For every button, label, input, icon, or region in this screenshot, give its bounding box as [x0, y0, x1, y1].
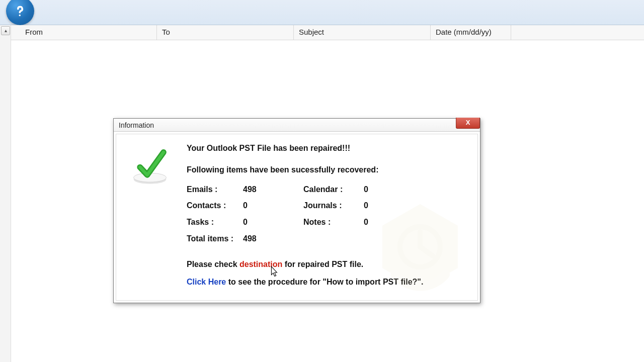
recovery-stats: Emails : 498 Calendar : 0 Contacts : 0 J… — [187, 184, 466, 245]
help-icon[interactable] — [6, 0, 34, 25]
stat-calendar-value: 0 — [364, 184, 394, 196]
information-dialog: Information X Yo — [113, 118, 480, 303]
stat-emails-label: Emails : — [187, 184, 243, 196]
click-suffix: to see the procedure for "How to import … — [228, 278, 424, 286]
column-header-from[interactable]: From — [20, 25, 157, 40]
column-header-date[interactable]: Date (mm/dd/yy) — [431, 25, 511, 40]
close-button[interactable]: X — [456, 118, 480, 129]
stat-contacts-value: 0 — [243, 200, 303, 212]
column-header-to[interactable]: To — [157, 25, 294, 40]
dialog-titlebar[interactable]: Information X — [114, 119, 480, 132]
click-here-link[interactable]: Click Here — [187, 278, 226, 286]
stat-notes-label: Notes : — [303, 216, 364, 229]
stat-contacts-label: Contacts : — [187, 200, 243, 212]
dialog-subheading: Following items have been sucessfully re… — [187, 164, 466, 176]
stat-tasks-label: Tasks : — [187, 216, 243, 229]
column-header-subject[interactable]: Subject — [294, 25, 431, 40]
import-help-line: Click Here to see the procedure for "How… — [187, 276, 466, 289]
success-icon — [127, 142, 178, 193]
destination-link[interactable]: destination — [239, 260, 282, 268]
ribbon-bar — [0, 0, 644, 25]
dialog-body: Your Outlook PST File has been repaired!… — [116, 134, 478, 301]
column-header-checkbox[interactable] — [11, 25, 20, 40]
column-header-spacer — [511, 25, 644, 40]
stat-journals-label: Journals : — [303, 200, 364, 212]
stat-total-value: 498 — [243, 233, 303, 245]
stat-calendar-label: Calendar : — [303, 184, 364, 196]
destination-line: Please check destination for repaired PS… — [187, 258, 466, 271]
dialog-headline: Your Outlook PST File has been repaired!… — [187, 142, 466, 155]
dest-suffix: for repaired PST file. — [285, 260, 363, 268]
stat-journals-value: 0 — [364, 200, 394, 212]
stat-notes-value: 0 — [364, 216, 394, 229]
stat-tasks-value: 0 — [243, 216, 303, 229]
column-headers: From To Subject Date (mm/dd/yy) — [11, 25, 644, 40]
workspace: ▴ From To Subject Date (mm/dd/yy) Inform… — [0, 25, 644, 362]
dest-prefix: Please check — [187, 260, 239, 268]
vertical-scrollbar[interactable]: ▴ — [0, 25, 11, 362]
stat-emails-value: 498 — [243, 184, 303, 196]
close-icon: X — [466, 119, 470, 126]
dialog-title-text: Information — [119, 121, 154, 129]
svg-point-0 — [19, 15, 21, 16]
stat-total-label: Total items : — [187, 233, 243, 245]
scroll-up-arrow[interactable]: ▴ — [1, 26, 10, 35]
